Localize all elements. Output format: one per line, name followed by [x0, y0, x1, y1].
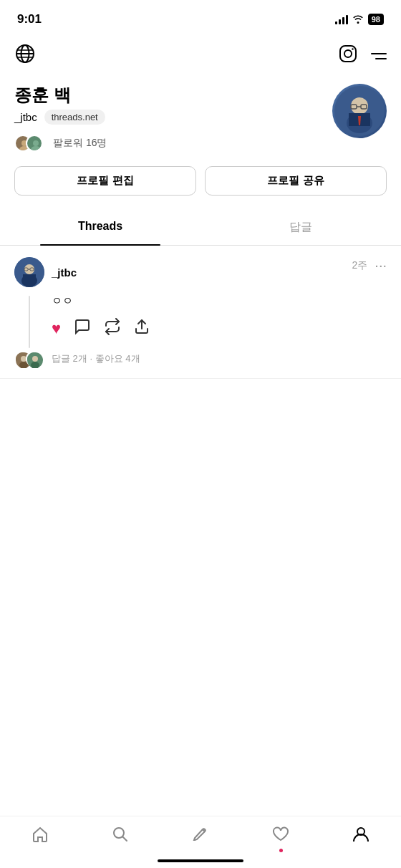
post-footer: 답글 2개 · 좋아요 4개	[14, 351, 387, 367]
nav-home[interactable]	[31, 825, 49, 848]
compose-icon	[191, 825, 210, 848]
svg-point-6	[344, 50, 352, 57]
post-more-button[interactable]: ···	[375, 257, 387, 274]
tab-replies[interactable]: 답글	[200, 210, 401, 245]
heart-icon	[271, 825, 290, 848]
profile-section: 종훈 백 _jtbc threads.net 팔로워 16명	[0, 77, 401, 163]
edit-profile-button[interactable]: 프로필 편집	[14, 166, 196, 196]
nav-right-icons	[338, 44, 387, 69]
post-time: 2주	[352, 259, 368, 272]
comment-button[interactable]	[74, 318, 91, 339]
share-profile-button[interactable]: 프로필 공유	[205, 166, 387, 196]
action-buttons: 프로필 편집 프로필 공유	[0, 163, 401, 210]
instagram-icon[interactable]	[338, 44, 358, 69]
nav-activity[interactable]	[271, 825, 290, 848]
svg-rect-23	[23, 274, 36, 283]
post-header: _jtbc 2주 ···	[14, 257, 387, 287]
threads-badge: threads.net	[44, 110, 105, 125]
battery-level: 98	[368, 14, 384, 25]
globe-icon[interactable]	[14, 43, 36, 69]
profile-icon	[352, 825, 370, 848]
status-time: 9:01	[17, 12, 42, 26]
content-tabs: Threads 답글	[0, 210, 401, 246]
profile-info: 종훈 백 _jtbc threads.net 팔로워 16명	[14, 84, 332, 152]
home-icon	[31, 825, 49, 848]
svg-point-10	[33, 140, 39, 146]
profile-username: _jtbc	[14, 111, 37, 123]
profile-avatar-image	[332, 84, 387, 138]
share-button[interactable]	[134, 319, 150, 339]
wifi-icon	[352, 14, 364, 26]
nav-search[interactable]	[111, 825, 130, 848]
post-text: ㅇㅇ	[52, 293, 387, 309]
top-navigation	[0, 36, 401, 77]
nav-compose[interactable]	[191, 825, 210, 848]
follower-avatars	[14, 135, 37, 152]
profile-avatar	[332, 84, 387, 138]
thread-line-col	[14, 293, 44, 348]
like-button[interactable]: ♥	[52, 319, 61, 338]
status-icons: 98	[335, 14, 384, 26]
followers-row: 팔로워 16명	[14, 135, 332, 152]
followers-count: 팔로워 16명	[53, 137, 107, 150]
svg-point-11	[31, 146, 41, 152]
reply-stats: 답글 2개 · 좋아요 4개	[52, 352, 140, 365]
reply-avatar-2	[26, 351, 42, 367]
thread-line	[29, 296, 30, 348]
thread-post: _jtbc 2주 ··· ㅇㅇ ♥	[0, 246, 401, 379]
post-content: ㅇㅇ ♥	[52, 293, 387, 348]
svg-point-32	[32, 356, 38, 362]
profile-handles: _jtbc threads.net	[14, 110, 332, 125]
signal-icon	[335, 14, 348, 24]
post-actions: ♥	[52, 318, 387, 339]
home-indicator	[158, 859, 243, 862]
post-avatar	[14, 257, 44, 287]
profile-name: 종훈 백	[14, 84, 332, 107]
activity-notification-dot	[279, 849, 283, 852]
svg-rect-5	[340, 46, 356, 62]
tab-threads[interactable]: Threads	[0, 210, 200, 245]
post-username[interactable]: _jtbc	[52, 266, 77, 279]
post-meta-right: 2주 ···	[352, 257, 387, 274]
svg-point-7	[352, 48, 353, 49]
post-author-row: _jtbc	[14, 257, 77, 287]
post-body: ㅇㅇ ♥	[14, 293, 387, 348]
nav-profile[interactable]	[352, 825, 370, 848]
status-bar: 9:01 98	[0, 0, 401, 36]
follower-avatar-2	[26, 135, 43, 152]
svg-point-13	[351, 97, 368, 115]
repost-button[interactable]	[104, 318, 121, 339]
svg-line-35	[123, 837, 127, 842]
menu-icon[interactable]	[371, 53, 387, 59]
search-icon	[111, 825, 130, 848]
reply-avatars	[14, 351, 37, 367]
